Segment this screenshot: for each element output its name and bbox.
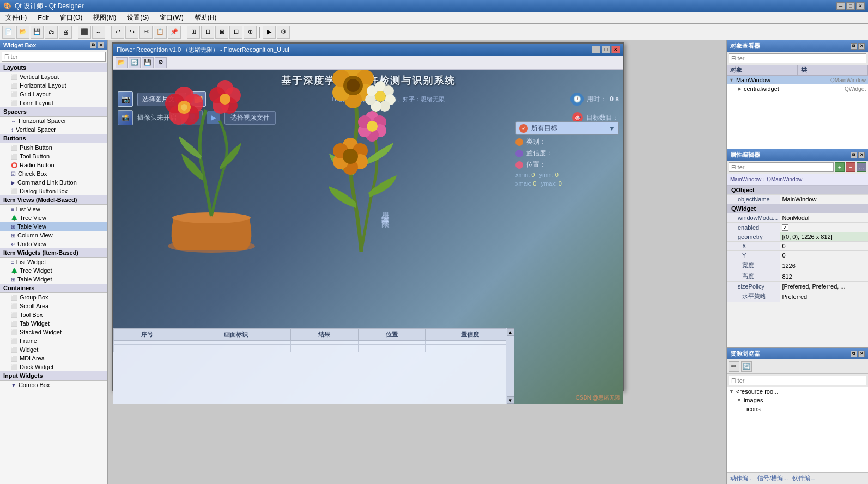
save-all-btn[interactable]: 🗂: [45, 26, 58, 39]
prop-editor-float-btn[interactable]: ⧉: [851, 152, 857, 158]
sidebar-item-scroll-area[interactable]: ⬜ Scroll Area: [0, 302, 107, 310]
prop-x-value[interactable]: 0: [780, 242, 868, 251]
sidebar-item-stacked-widget[interactable]: ⬜ Stacked Widget: [0, 328, 107, 336]
layouts-group-header[interactable]: Layouts: [0, 63, 107, 72]
input-widgets-group-header[interactable]: Input Widgets: [0, 371, 107, 381]
tree-item-centralwidget[interactable]: ▶ centralwidget QWidget: [727, 84, 868, 93]
mode-btn2[interactable]: ↔: [92, 26, 105, 39]
prop-geometry-value[interactable]: [(0, 0), 1226 x 812]: [780, 232, 868, 242]
resource-search-input[interactable]: [729, 376, 866, 385]
sidebar-item-tab-widget[interactable]: ⬜ Tab Widget: [0, 319, 107, 328]
scroll-down-btn[interactable]: ▼: [507, 396, 514, 404]
sidebar-item-push-button[interactable]: ⬜ Push Button: [0, 143, 107, 152]
paste-btn[interactable]: 📌: [168, 26, 181, 39]
res-refresh-btn[interactable]: 🔄: [741, 361, 752, 372]
layout-btn5[interactable]: ⊕: [244, 26, 257, 39]
target-dropdown[interactable]: ✓ 所有目标 ▼: [515, 121, 619, 135]
buttons-group-header[interactable]: Buttons: [0, 134, 107, 143]
sidebar-item-list-widget[interactable]: ≡ List Widget: [0, 258, 107, 266]
menu-view[interactable]: 视图(M): [90, 12, 119, 23]
prop-search-input[interactable]: [729, 162, 834, 172]
resource-images-item[interactable]: ▼ images: [727, 396, 868, 405]
item-views-group-header[interactable]: Item Views (Model-Based): [0, 195, 107, 205]
enabled-checkbox[interactable]: [782, 224, 788, 231]
sidebar-item-tree-widget[interactable]: 🌲 Tree Widget: [0, 266, 107, 275]
prop-editor-close-btn[interactable]: ✕: [858, 152, 865, 158]
inner-tb-btn3[interactable]: 💾: [142, 57, 154, 68]
copy-btn[interactable]: 📋: [154, 26, 167, 39]
item-widgets-group-header[interactable]: Item Widgets (Item-Based): [0, 248, 107, 258]
minimize-btn[interactable]: ─: [836, 2, 845, 10]
sidebar-item-command-link-button[interactable]: ▶ Command Link Button: [0, 178, 107, 187]
new-btn[interactable]: 📄: [2, 26, 15, 39]
menu-window[interactable]: 窗口(O): [57, 12, 86, 23]
spacers-group-header[interactable]: Spacers: [0, 107, 107, 117]
res-browser-float-btn[interactable]: ⧉: [851, 351, 857, 357]
prop-windowmoda-value[interactable]: NonModal: [780, 213, 868, 223]
sidebar-item-table-view[interactable]: ⊞ Table View: [0, 222, 107, 231]
inner-tb-btn1[interactable]: 📂: [116, 57, 128, 68]
action-edit-link[interactable]: 动作编...: [730, 474, 753, 482]
widget-box-float-btn[interactable]: ⧉: [90, 42, 96, 48]
sidebar-item-combo-box[interactable]: ▼ Combo Box: [0, 381, 107, 389]
menu-settings[interactable]: 设置(S): [124, 12, 152, 23]
sidebar-item-frame[interactable]: ⬜ Frame: [0, 336, 107, 345]
inner-maximize-btn[interactable]: □: [602, 46, 610, 53]
prop-y-value[interactable]: 0: [780, 251, 868, 260]
containers-group-header[interactable]: Containers: [0, 284, 107, 293]
tree-item-mainwindow[interactable]: ▼ MainWindow QMainWindow: [727, 76, 868, 84]
menu-help[interactable]: 帮助(H): [191, 12, 220, 23]
mode-btn1[interactable]: ⬛: [78, 26, 91, 39]
menu-edit[interactable]: Edit: [34, 13, 52, 23]
res-browser-close-btn[interactable]: ✕: [858, 351, 865, 357]
sidebar-item-group-box[interactable]: ⬜ Group Box: [0, 293, 107, 302]
cut-btn[interactable]: ✂: [139, 26, 153, 39]
prop-width-value[interactable]: 1226: [780, 260, 868, 271]
sidebar-item-column-view[interactable]: ⊞ Column View: [0, 231, 107, 240]
layout-btn3[interactable]: ⊠: [215, 26, 228, 39]
prop-sizepolicy-value[interactable]: [Preferred, Preferred, ...: [780, 282, 868, 291]
obj-inspector-float-btn[interactable]: ⧉: [851, 43, 857, 50]
inner-tb-btn2[interactable]: 🔄: [129, 57, 141, 68]
preview-btn[interactable]: ▶: [263, 26, 276, 39]
inspector-search-input[interactable]: [729, 53, 866, 63]
config-btn[interactable]: ⚙: [277, 26, 290, 39]
layout-btn2[interactable]: ⊟: [201, 26, 214, 39]
prop-height-value[interactable]: 812: [780, 271, 868, 282]
sidebar-item-form-layout[interactable]: ⬜ Form Layout: [0, 99, 107, 107]
sidebar-item-tool-button[interactable]: ⬜ Tool Button: [0, 152, 107, 161]
sidebar-item-vertical-layout[interactable]: ⬜ Vertical Layout: [0, 72, 107, 81]
open-btn[interactable]: 📂: [16, 26, 29, 39]
inner-close-btn[interactable]: ✕: [611, 46, 620, 53]
sidebar-item-tree-view[interactable]: 🌲 Tree View: [0, 213, 107, 222]
inner-minimize-btn[interactable]: ─: [592, 46, 600, 53]
menu-file[interactable]: 文件(F): [2, 12, 30, 23]
table-scrollbar[interactable]: ▲ ▼: [506, 328, 514, 404]
prop-minus-btn[interactable]: −: [846, 162, 855, 172]
sidebar-item-undo-view[interactable]: ↩ Undo View: [0, 240, 107, 248]
obj-inspector-close-btn[interactable]: ✕: [858, 43, 865, 50]
prop-hpolicy-value[interactable]: Preferred: [780, 291, 868, 302]
sidebar-item-tool-box[interactable]: ⬜ Tool Box: [0, 310, 107, 319]
sidebar-item-grid-layout[interactable]: ⬜ Grid Layout: [0, 90, 107, 99]
sidebar-item-vertical-spacer[interactable]: ↕ Vertical Spacer: [0, 125, 107, 134]
layout-btn1[interactable]: ⊞: [187, 26, 200, 39]
menu-window2[interactable]: 窗口(W): [156, 12, 186, 23]
maximize-btn[interactable]: □: [846, 2, 855, 10]
sidebar-item-radio-button[interactable]: ⭕ Radio Button: [0, 161, 107, 169]
prop-add-btn[interactable]: +: [835, 162, 845, 172]
sidebar-item-dock-widget[interactable]: ⬜ Dock Widget: [0, 363, 107, 371]
save-btn[interactable]: 💾: [31, 26, 44, 39]
close-btn[interactable]: ✕: [856, 2, 865, 10]
resource-icons-item[interactable]: icons: [727, 405, 868, 413]
prop-dots-btn[interactable]: …: [857, 162, 866, 172]
inner-tb-btn4[interactable]: ⚙: [155, 57, 167, 68]
sidebar-item-check-box[interactable]: ☑ Check Box: [0, 169, 107, 178]
sidebar-item-horizontal-layout[interactable]: ⬜ Horizontal Layout: [0, 81, 107, 90]
prop-objectname-value[interactable]: MainWindow: [780, 195, 868, 204]
layout-btn4[interactable]: ⊡: [229, 26, 242, 39]
print-btn[interactable]: 🖨: [59, 26, 72, 39]
sidebar-item-list-view[interactable]: ≡ List View: [0, 205, 107, 213]
action-buddy-link[interactable]: 伙伴编...: [792, 474, 815, 482]
res-pencil-btn[interactable]: ✏: [729, 361, 739, 372]
